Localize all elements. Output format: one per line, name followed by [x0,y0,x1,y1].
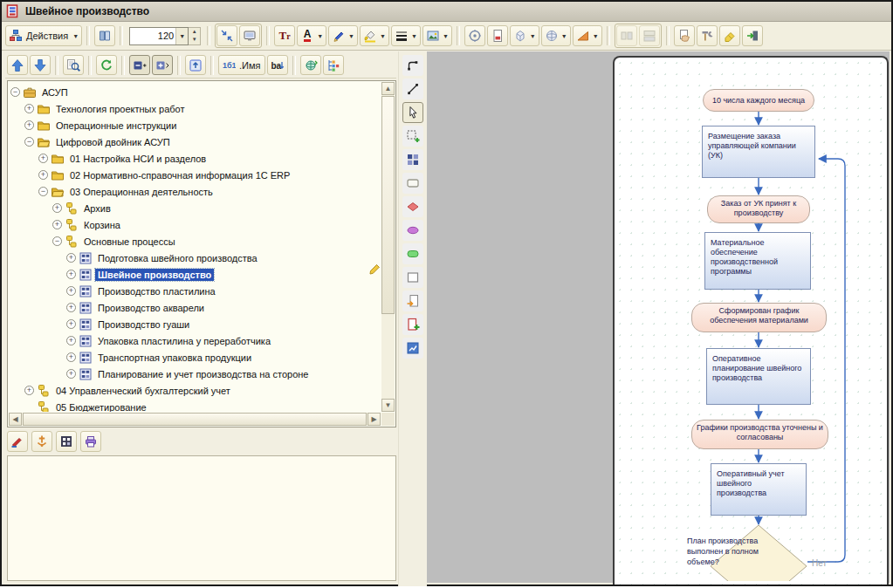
tree-item[interactable]: +04 Управленческий бухгалтерский учет [9,382,381,399]
tree-item[interactable]: +Упаковка пластилина у переработчика [9,332,381,349]
doc-import-tool[interactable] [402,291,423,311]
tree-item[interactable]: 05 Бюджетирование [9,399,381,412]
copy-scheme-button[interactable] [94,25,115,46]
tree-vertical-scrollbar[interactable]: ▲ ▼ [381,82,395,412]
tree-horizontal-scrollbar[interactable]: ◀ ▶ [9,413,381,426]
tree-item[interactable]: +Производство гуаши [9,316,381,332]
shape-3d-button[interactable]: ▼ [510,25,539,46]
tree-item[interactable]: +Производство пластилина [9,283,381,299]
scheme-page[interactable]: План производства выполнен в полном объе… [613,56,889,585]
collapse-icon[interactable]: − [52,236,62,246]
expand-icon[interactable]: + [66,253,76,263]
scroll-right-icon[interactable]: ▶ [368,413,381,426]
spinner-up-icon[interactable]: ▲ [189,28,200,37]
hscroll-thumb[interactable] [23,413,367,426]
text-block-button[interactable] [487,25,508,46]
expand-icon[interactable]: + [66,303,76,312]
tree-item[interactable]: +Операционные инструкции [9,117,381,133]
picture-button[interactable]: ▼ [422,25,452,46]
tree-item[interactable]: −Цифровой двойник АСУП [9,133,381,150]
collapse-icon[interactable]: − [38,187,48,196]
scheme-canvas[interactable]: План производства выполнен в полном объе… [427,51,890,583]
flowchart-node-event[interactable]: Заказ от УК принят к производству [707,195,810,223]
chart-tool[interactable] [402,338,423,359]
view-mode-button[interactable] [239,25,260,46]
expand-icon[interactable]: + [52,220,62,229]
expand-icon[interactable]: + [66,336,76,345]
service-button[interactable] [697,25,718,46]
import-button[interactable] [742,25,763,46]
fit-window-button[interactable] [216,25,237,46]
expand-icon[interactable]: + [38,154,48,163]
scheme-button[interactable] [56,431,77,452]
expand-icon[interactable]: + [66,286,76,296]
update-structure-button[interactable] [300,55,321,75]
search-button[interactable] [63,55,84,75]
zoom-input[interactable]: 120▼ [129,27,189,45]
sphere-button[interactable]: ▼ [541,25,571,46]
select-tool[interactable] [402,102,423,123]
point-marker-button[interactable] [464,25,485,46]
select-add-tool[interactable] [402,126,423,147]
font-button[interactable]: Tr [274,25,295,46]
zoom-dropdown-icon[interactable]: ▼ [175,28,188,44]
zoom-spinner[interactable]: ▲▼ [189,27,201,45]
expand-icon[interactable]: + [38,170,48,180]
expand-level-button[interactable] [152,55,173,75]
print-button[interactable] [80,431,101,452]
decision-label[interactable]: План производства выполнен в полном объе… [687,536,778,567]
ellipse-tool[interactable] [402,220,423,241]
expand-icon[interactable]: + [66,270,76,279]
flowchart-node-process[interactable]: Размещение заказа управляющей компании (… [702,126,815,178]
scheme-block-tool[interactable] [402,149,423,170]
tree-item[interactable]: −03 Операционная деятельность [9,183,381,200]
tree-item[interactable]: +Транспортная упаковка продукции [9,349,381,366]
sort-by-name-button[interactable]: 1б1.Имя [218,55,265,75]
actions-button[interactable]: Действия▼ [5,25,82,46]
move-to-parent-button[interactable] [185,55,206,75]
send-page-button[interactable] [674,25,695,46]
scroll-up-icon[interactable]: ▲ [381,82,395,95]
tree-item[interactable]: +01 Настройка НСИ и разделов [9,150,381,167]
tree-item[interactable]: +Планирование и учет производства на сто… [9,366,381,382]
sort-alpha-button[interactable]: ba [267,55,288,75]
fill-color-button[interactable]: ▼ [360,25,389,46]
collapse-icon[interactable]: − [24,137,34,147]
line-tool[interactable] [402,79,423,99]
expand-icon[interactable]: + [24,386,34,395]
line-color-button[interactable]: ▼ [328,25,358,46]
tree-item[interactable]: +Технология проектных работ [9,100,381,117]
rect-tool[interactable] [402,267,423,288]
scroll-left-icon[interactable]: ◀ [9,413,22,426]
flowchart-node-process[interactable]: Оперативное планирование швейного произв… [706,348,811,405]
tree-item[interactable]: +Корзина [9,216,381,233]
ramp-button[interactable]: ▼ [573,25,602,46]
expand-icon[interactable]: + [52,203,62,213]
tree-item[interactable]: +02 Нормативно-справочная информация 1С … [9,167,381,183]
scroll-down-icon[interactable]: ▼ [381,399,395,412]
zoom-control[interactable]: 120▼▲▼ [129,27,201,45]
process-tool[interactable] [402,243,423,264]
flowchart-node-event[interactable]: Сформирован график обеспечения материала… [691,303,827,332]
collapse-icon[interactable]: − [10,87,20,97]
flowchart-node-process[interactable]: Оперативный учет швейного производства [711,463,807,516]
move-up-button[interactable] [7,55,28,75]
line-style-button[interactable]: ▼ [391,25,421,46]
flowchart-node-event[interactable]: Графики производства уточнены и согласов… [691,420,828,449]
expand-icon[interactable]: + [66,352,76,362]
refresh-button[interactable] [96,55,117,75]
marker-button[interactable] [7,431,28,452]
highlight-button[interactable] [719,25,740,46]
move-down-button[interactable] [30,55,51,75]
flowchart-node-start[interactable]: 10 числа каждого месяца [703,89,814,112]
flowchart-node-process[interactable]: Материальное обеспечение производственно… [704,232,811,290]
tree-item[interactable]: −АСУП [9,84,381,100]
expand-icon[interactable]: + [24,120,34,130]
tree-item[interactable]: +Производство акварели [9,299,381,316]
expand-icon[interactable]: + [66,319,76,329]
tree-item[interactable]: −Основные процессы [9,233,381,250]
tree-settings-button[interactable] [323,55,344,75]
connector-tool[interactable] [402,55,423,76]
spinner-down-icon[interactable]: ▼ [189,36,200,44]
anchor-button[interactable] [31,431,52,452]
